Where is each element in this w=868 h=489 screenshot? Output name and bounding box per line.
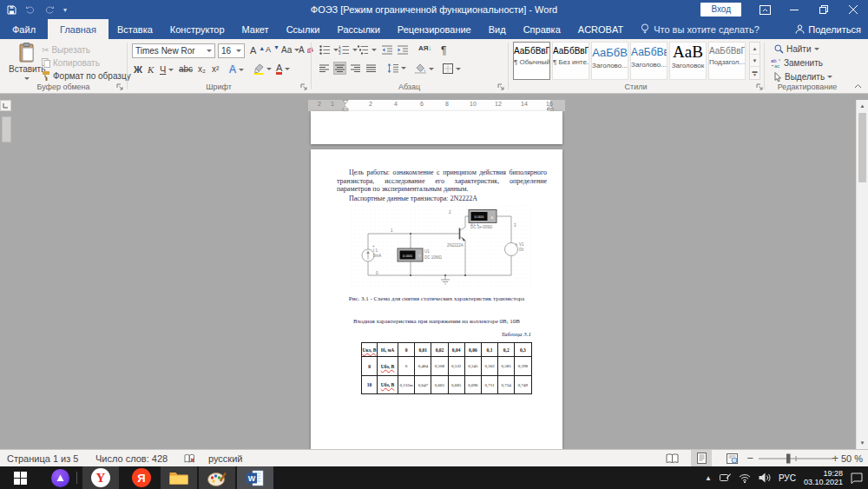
- style-subtitle[interactable]: АаБбВвГ Подзагол...: [708, 42, 746, 80]
- clock[interactable]: 19:28 03.10.2021: [804, 469, 843, 486]
- font-size-combo[interactable]: 16: [218, 43, 245, 58]
- style-no-spacing[interactable]: АаБбВвГг, ¶ Без инте...: [552, 42, 589, 80]
- sign-in-button[interactable]: Вход: [700, 3, 741, 17]
- bullets-button[interactable]: [319, 45, 339, 55]
- style-heading1[interactable]: АаБбВ Заголово...: [591, 42, 628, 80]
- scrollbar-thumb[interactable]: [858, 113, 866, 182]
- tab-references[interactable]: Ссылки: [278, 19, 329, 39]
- clipboard-dialog-launcher-icon[interactable]: [116, 83, 123, 90]
- show-marks-button[interactable]: ¶: [441, 44, 446, 56]
- cut-button[interactable]: ✂ Вырезать: [42, 45, 90, 55]
- zoom-out-button[interactable]: −: [746, 450, 753, 466]
- change-case-button[interactable]: Аа: [281, 45, 299, 55]
- read-mode-button[interactable]: [666, 450, 679, 466]
- minimize-button[interactable]: [779, 0, 809, 19]
- tab-acrobat[interactable]: ACROBAT: [569, 19, 632, 39]
- multilevel-list-button[interactable]: [358, 45, 377, 55]
- subscript-button[interactable]: x₂: [198, 64, 206, 74]
- tab-layout[interactable]: Макет: [233, 19, 278, 39]
- underline-button[interactable]: Ч: [160, 64, 174, 75]
- horizontal-ruler[interactable]: 2 1 2 4 6 8 10 12 14 16: [308, 100, 565, 111]
- proofing-status-icon[interactable]: [184, 450, 195, 466]
- shading-button[interactable]: [415, 63, 434, 74]
- tab-home[interactable]: Главная: [48, 19, 108, 39]
- styles-gallery-more-icon[interactable]: ▬▼: [750, 67, 760, 78]
- tab-help[interactable]: Справка: [515, 19, 569, 39]
- hidden-icons-chevron[interactable]: ▲: [705, 474, 712, 482]
- replace-button[interactable]: abac Заменить: [771, 58, 823, 68]
- share-button[interactable]: Поделиться: [795, 19, 861, 39]
- wifi-icon[interactable]: [739, 473, 751, 483]
- paragraph-dialog-launcher-icon[interactable]: [497, 83, 504, 90]
- italic-button[interactable]: К: [148, 64, 154, 75]
- collapse-ribbon-icon[interactable]: [854, 83, 862, 89]
- find-button[interactable]: Найти: [774, 44, 819, 54]
- page-indicator[interactable]: Страница 1 из 5: [7, 450, 78, 466]
- pen-input-icon[interactable]: [720, 472, 731, 483]
- font-dialog-launcher-icon[interactable]: [300, 83, 307, 90]
- copy-button[interactable]: Копировать: [42, 58, 100, 68]
- first-line-indent-marker[interactable]: [341, 100, 350, 111]
- restore-button[interactable]: [809, 0, 838, 19]
- zoom-in-button[interactable]: +: [832, 450, 838, 466]
- ribbon-display-options-icon[interactable]: [750, 0, 779, 19]
- align-right-button[interactable]: [351, 64, 360, 73]
- increase-indent-button[interactable]: [398, 45, 408, 55]
- volume-icon[interactable]: [759, 472, 771, 483]
- language-indicator[interactable]: русский: [208, 450, 242, 466]
- select-button[interactable]: Выделить: [774, 72, 832, 82]
- strikethrough-button[interactable]: abc: [179, 64, 193, 74]
- zoom-level[interactable]: 50 %: [841, 450, 863, 466]
- tab-review[interactable]: Рецензирование: [389, 19, 480, 39]
- style-heading2[interactable]: АаБбВв Заголово...: [630, 42, 667, 80]
- scroll-up-icon[interactable]: ▲: [857, 100, 868, 111]
- style-normal[interactable]: АаБбВвГг, ¶ Обычный: [513, 42, 550, 80]
- page-previous-bottom[interactable]: [311, 111, 562, 144]
- styles-scroll-down-icon[interactable]: ▼: [750, 55, 760, 67]
- paint-button[interactable]: [199, 466, 235, 489]
- grow-font-button[interactable]: А▲: [250, 45, 265, 56]
- tab-insert[interactable]: Вставка: [108, 19, 161, 39]
- highlight-button[interactable]: [253, 63, 272, 75]
- superscript-button[interactable]: x²: [212, 64, 219, 74]
- tab-view[interactable]: Вид: [480, 19, 515, 39]
- vertical-scrollbar[interactable]: ▲ ▼: [856, 100, 868, 449]
- styles-dialog-launcher-icon[interactable]: [756, 83, 763, 90]
- text-effects-button[interactable]: А: [229, 63, 244, 76]
- format-painter-button[interactable]: Формат по образцу: [42, 71, 131, 81]
- tab-design[interactable]: Конструктор: [161, 19, 233, 39]
- align-left-button[interactable]: [319, 64, 329, 73]
- page-current[interactable]: Цель работы: ознакомление с принципом де…: [311, 149, 562, 449]
- shrink-font-button[interactable]: А▼: [266, 45, 279, 54]
- print-layout-button[interactable]: [691, 450, 712, 466]
- decrease-indent-button[interactable]: [382, 45, 392, 55]
- alice-assistant-button[interactable]: [45, 466, 75, 489]
- paste-button[interactable]: Вставить: [9, 43, 45, 83]
- word-taskbar-button[interactable]: W: [237, 466, 273, 489]
- zoom-slider[interactable]: [759, 450, 833, 466]
- tab-mailings[interactable]: Рассылки: [328, 19, 388, 39]
- align-center-button[interactable]: [333, 62, 346, 75]
- tab-file[interactable]: Файл: [0, 19, 48, 39]
- close-button[interactable]: [838, 0, 868, 19]
- bold-button[interactable]: Ж: [134, 64, 142, 75]
- styles-scroll-up-icon[interactable]: ▲: [750, 43, 760, 55]
- data-table[interactable]: Uкэ, В Iб, мА 0 0,01 0,02 0,04 0,06 0,1 …: [361, 342, 532, 394]
- font-family-combo[interactable]: Times New Ror: [132, 43, 215, 58]
- action-center-icon[interactable]: [851, 472, 863, 484]
- sort-button[interactable]: АЯ ↓: [418, 44, 431, 52]
- web-layout-button[interactable]: [727, 450, 738, 466]
- right-indent-marker[interactable]: [546, 105, 555, 111]
- start-button[interactable]: [0, 466, 40, 489]
- language-tray[interactable]: РУС: [779, 473, 796, 483]
- style-title[interactable]: AaB Заголовок: [669, 42, 707, 80]
- tab-stop-selector[interactable]: [0, 100, 11, 111]
- numbering-button[interactable]: 123: [339, 45, 358, 55]
- scroll-down-icon[interactable]: ▼: [857, 437, 868, 448]
- tell-me-search[interactable]: Что вы хотите сделать?: [632, 19, 768, 39]
- yandex-browser-button[interactable]: Y: [82, 466, 119, 489]
- borders-button[interactable]: [443, 63, 461, 74]
- word-count[interactable]: Число слов: 428: [95, 450, 168, 466]
- yandex-app-button[interactable]: Я: [124, 466, 159, 489]
- file-explorer-button[interactable]: [161, 466, 197, 489]
